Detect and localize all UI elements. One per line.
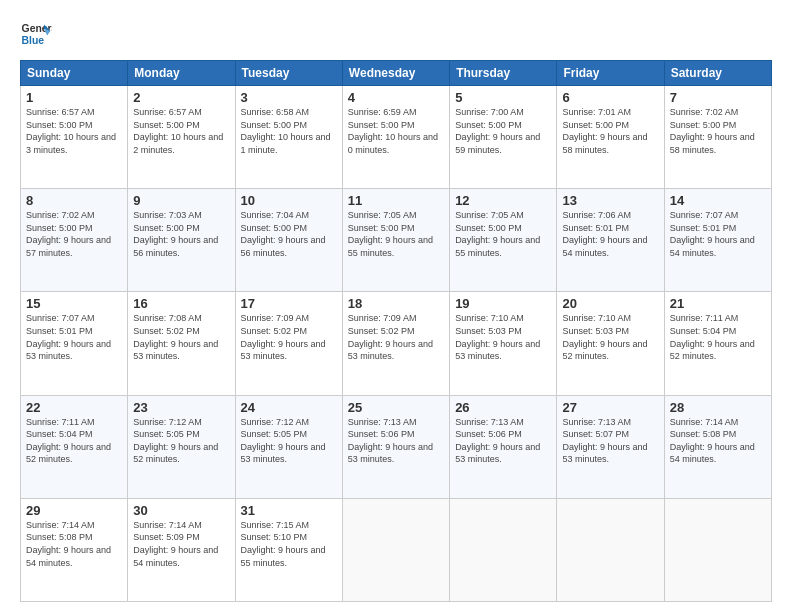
day-info: Sunrise: 7:02 AMSunset: 5:00 PMDaylight:…	[670, 107, 755, 155]
weekday-header-monday: Monday	[128, 61, 235, 86]
day-number: 20	[562, 296, 658, 311]
day-number: 30	[133, 503, 229, 518]
day-info: Sunrise: 7:07 AMSunset: 5:01 PMDaylight:…	[670, 210, 755, 258]
calendar-cell	[664, 498, 771, 601]
calendar-cell: 14Sunrise: 7:07 AMSunset: 5:01 PMDayligh…	[664, 189, 771, 292]
day-info: Sunrise: 7:14 AMSunset: 5:09 PMDaylight:…	[133, 520, 218, 568]
day-number: 9	[133, 193, 229, 208]
day-number: 3	[241, 90, 337, 105]
calendar-cell: 29Sunrise: 7:14 AMSunset: 5:08 PMDayligh…	[21, 498, 128, 601]
day-info: Sunrise: 7:07 AMSunset: 5:01 PMDaylight:…	[26, 313, 111, 361]
day-info: Sunrise: 7:09 AMSunset: 5:02 PMDaylight:…	[348, 313, 433, 361]
calendar-cell: 16Sunrise: 7:08 AMSunset: 5:02 PMDayligh…	[128, 292, 235, 395]
calendar-cell: 21Sunrise: 7:11 AMSunset: 5:04 PMDayligh…	[664, 292, 771, 395]
day-info: Sunrise: 6:58 AMSunset: 5:00 PMDaylight:…	[241, 107, 331, 155]
day-number: 31	[241, 503, 337, 518]
day-number: 11	[348, 193, 444, 208]
day-info: Sunrise: 7:13 AMSunset: 5:06 PMDaylight:…	[348, 417, 433, 465]
calendar-cell: 27Sunrise: 7:13 AMSunset: 5:07 PMDayligh…	[557, 395, 664, 498]
calendar-cell: 30Sunrise: 7:14 AMSunset: 5:09 PMDayligh…	[128, 498, 235, 601]
day-number: 29	[26, 503, 122, 518]
weekday-header-saturday: Saturday	[664, 61, 771, 86]
day-number: 14	[670, 193, 766, 208]
day-info: Sunrise: 7:09 AMSunset: 5:02 PMDaylight:…	[241, 313, 326, 361]
day-number: 21	[670, 296, 766, 311]
calendar-cell	[557, 498, 664, 601]
logo: General Blue	[20, 18, 52, 50]
day-info: Sunrise: 6:57 AMSunset: 5:00 PMDaylight:…	[26, 107, 116, 155]
day-number: 1	[26, 90, 122, 105]
day-info: Sunrise: 6:57 AMSunset: 5:00 PMDaylight:…	[133, 107, 223, 155]
svg-text:Blue: Blue	[22, 35, 45, 46]
calendar-cell: 7Sunrise: 7:02 AMSunset: 5:00 PMDaylight…	[664, 86, 771, 189]
day-info: Sunrise: 7:04 AMSunset: 5:00 PMDaylight:…	[241, 210, 326, 258]
calendar-cell: 3Sunrise: 6:58 AMSunset: 5:00 PMDaylight…	[235, 86, 342, 189]
day-number: 17	[241, 296, 337, 311]
day-number: 19	[455, 296, 551, 311]
calendar-cell: 22Sunrise: 7:11 AMSunset: 5:04 PMDayligh…	[21, 395, 128, 498]
day-info: Sunrise: 7:14 AMSunset: 5:08 PMDaylight:…	[670, 417, 755, 465]
day-info: Sunrise: 7:08 AMSunset: 5:02 PMDaylight:…	[133, 313, 218, 361]
calendar-cell: 13Sunrise: 7:06 AMSunset: 5:01 PMDayligh…	[557, 189, 664, 292]
calendar-cell	[342, 498, 449, 601]
day-info: Sunrise: 7:12 AMSunset: 5:05 PMDaylight:…	[133, 417, 218, 465]
day-number: 28	[670, 400, 766, 415]
day-number: 24	[241, 400, 337, 415]
day-number: 23	[133, 400, 229, 415]
calendar-cell: 4Sunrise: 6:59 AMSunset: 5:00 PMDaylight…	[342, 86, 449, 189]
day-info: Sunrise: 7:10 AMSunset: 5:03 PMDaylight:…	[455, 313, 540, 361]
day-info: Sunrise: 7:14 AMSunset: 5:08 PMDaylight:…	[26, 520, 111, 568]
day-number: 10	[241, 193, 337, 208]
logo-icon: General Blue	[20, 18, 52, 50]
day-info: Sunrise: 7:13 AMSunset: 5:06 PMDaylight:…	[455, 417, 540, 465]
calendar-cell: 12Sunrise: 7:05 AMSunset: 5:00 PMDayligh…	[450, 189, 557, 292]
calendar-cell: 1Sunrise: 6:57 AMSunset: 5:00 PMDaylight…	[21, 86, 128, 189]
day-number: 7	[670, 90, 766, 105]
day-info: Sunrise: 7:05 AMSunset: 5:00 PMDaylight:…	[348, 210, 433, 258]
calendar-page: General Blue SundayMondayTuesdayWednesda…	[0, 0, 792, 612]
day-info: Sunrise: 7:03 AMSunset: 5:00 PMDaylight:…	[133, 210, 218, 258]
day-number: 25	[348, 400, 444, 415]
day-number: 4	[348, 90, 444, 105]
calendar-cell: 6Sunrise: 7:01 AMSunset: 5:00 PMDaylight…	[557, 86, 664, 189]
calendar-cell: 8Sunrise: 7:02 AMSunset: 5:00 PMDaylight…	[21, 189, 128, 292]
day-info: Sunrise: 7:02 AMSunset: 5:00 PMDaylight:…	[26, 210, 111, 258]
calendar-cell: 11Sunrise: 7:05 AMSunset: 5:00 PMDayligh…	[342, 189, 449, 292]
weekday-header-wednesday: Wednesday	[342, 61, 449, 86]
calendar-cell: 23Sunrise: 7:12 AMSunset: 5:05 PMDayligh…	[128, 395, 235, 498]
day-info: Sunrise: 7:05 AMSunset: 5:00 PMDaylight:…	[455, 210, 540, 258]
calendar-cell: 24Sunrise: 7:12 AMSunset: 5:05 PMDayligh…	[235, 395, 342, 498]
calendar-cell: 15Sunrise: 7:07 AMSunset: 5:01 PMDayligh…	[21, 292, 128, 395]
calendar-header: SundayMondayTuesdayWednesdayThursdayFrid…	[21, 61, 772, 86]
calendar-cell: 19Sunrise: 7:10 AMSunset: 5:03 PMDayligh…	[450, 292, 557, 395]
day-info: Sunrise: 7:13 AMSunset: 5:07 PMDaylight:…	[562, 417, 647, 465]
weekday-header-sunday: Sunday	[21, 61, 128, 86]
day-number: 18	[348, 296, 444, 311]
calendar-cell: 25Sunrise: 7:13 AMSunset: 5:06 PMDayligh…	[342, 395, 449, 498]
weekday-header-friday: Friday	[557, 61, 664, 86]
calendar-cell: 31Sunrise: 7:15 AMSunset: 5:10 PMDayligh…	[235, 498, 342, 601]
day-info: Sunrise: 6:59 AMSunset: 5:00 PMDaylight:…	[348, 107, 438, 155]
day-number: 5	[455, 90, 551, 105]
header: General Blue	[20, 18, 772, 50]
calendar-table: SundayMondayTuesdayWednesdayThursdayFrid…	[20, 60, 772, 602]
day-number: 16	[133, 296, 229, 311]
day-number: 15	[26, 296, 122, 311]
weekday-header-thursday: Thursday	[450, 61, 557, 86]
calendar-cell: 9Sunrise: 7:03 AMSunset: 5:00 PMDaylight…	[128, 189, 235, 292]
day-info: Sunrise: 7:12 AMSunset: 5:05 PMDaylight:…	[241, 417, 326, 465]
calendar-cell: 10Sunrise: 7:04 AMSunset: 5:00 PMDayligh…	[235, 189, 342, 292]
day-number: 26	[455, 400, 551, 415]
calendar-cell: 2Sunrise: 6:57 AMSunset: 5:00 PMDaylight…	[128, 86, 235, 189]
day-info: Sunrise: 7:11 AMSunset: 5:04 PMDaylight:…	[26, 417, 111, 465]
day-info: Sunrise: 7:01 AMSunset: 5:00 PMDaylight:…	[562, 107, 647, 155]
calendar-cell: 28Sunrise: 7:14 AMSunset: 5:08 PMDayligh…	[664, 395, 771, 498]
day-number: 22	[26, 400, 122, 415]
day-number: 2	[133, 90, 229, 105]
calendar-body: 1Sunrise: 6:57 AMSunset: 5:00 PMDaylight…	[21, 86, 772, 602]
day-number: 12	[455, 193, 551, 208]
calendar-cell: 17Sunrise: 7:09 AMSunset: 5:02 PMDayligh…	[235, 292, 342, 395]
calendar-cell: 5Sunrise: 7:00 AMSunset: 5:00 PMDaylight…	[450, 86, 557, 189]
day-number: 8	[26, 193, 122, 208]
day-info: Sunrise: 7:00 AMSunset: 5:00 PMDaylight:…	[455, 107, 540, 155]
